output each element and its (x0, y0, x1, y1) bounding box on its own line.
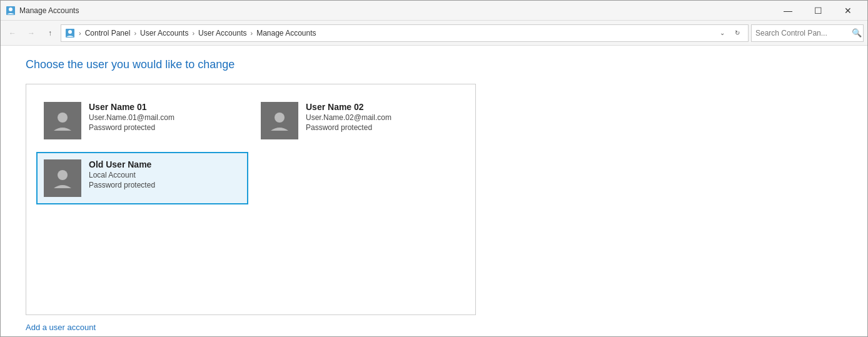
svg-point-5 (275, 113, 285, 123)
account-name-2: Old User Name (89, 159, 155, 169)
maximize-button[interactable]: ☐ (804, 1, 832, 21)
breadcrumb-manage-accounts[interactable]: Manage Accounts (256, 29, 316, 38)
add-user-link[interactable]: Add a user account (26, 323, 96, 332)
account-email-1: User.Name.02@mail.com (306, 113, 391, 122)
forward-button[interactable]: → (23, 25, 39, 41)
page-title: Choose the user you would like to change (26, 58, 842, 71)
accounts-container: User Name 01 User.Name.01@mail.com Passw… (26, 84, 476, 315)
window-icon (6, 6, 16, 16)
account-avatar-0 (44, 102, 81, 139)
control-panel-icon (65, 28, 75, 38)
svg-point-3 (68, 30, 72, 34)
back-button[interactable]: ← (4, 25, 21, 41)
account-status-2: Password protected (89, 181, 155, 189)
svg-point-1 (9, 8, 13, 11)
account-name-1: User Name 02 (306, 102, 391, 112)
account-info-1: User Name 02 User.Name.02@mail.com Passw… (306, 102, 391, 132)
address-bar: › Control Panel › User Accounts › User A… (61, 24, 749, 42)
account-email-0: User.Name.01@mail.com (89, 113, 174, 122)
sep3: › (192, 29, 194, 37)
breadcrumb-user-accounts-1[interactable]: User Accounts (140, 29, 188, 38)
account-card-0[interactable]: User Name 01 User.Name.01@mail.com Passw… (36, 94, 248, 147)
window-title: Manage Accounts (19, 6, 774, 15)
svg-point-6 (58, 170, 68, 180)
window: Manage Accounts — ☐ ✕ ← → ↑ › Control Pa… (0, 0, 868, 337)
titlebar-controls: — ☐ ✕ (774, 1, 862, 21)
account-status-0: Password protected (89, 123, 174, 132)
breadcrumb-user-accounts-2[interactable]: User Accounts (198, 29, 246, 38)
sep2: › (134, 29, 136, 37)
address-dropdown-button[interactable]: ⌄ (715, 26, 729, 40)
sep1: › (79, 29, 81, 37)
account-avatar-2 (44, 159, 81, 197)
account-card-2[interactable]: Old User Name Local Account Password pro… (36, 152, 248, 204)
account-name-0: User Name 01 (89, 102, 174, 112)
address-refresh-button[interactable]: ↻ (730, 26, 744, 40)
account-avatar-1 (261, 102, 298, 139)
account-info-2: Old User Name Local Account Password pro… (89, 159, 155, 189)
titlebar: Manage Accounts — ☐ ✕ (1, 1, 867, 21)
svg-point-4 (58, 113, 68, 123)
address-actions: ⌄ ↻ (715, 26, 744, 40)
toolbar: ← → ↑ › Control Panel › User Accounts › … (1, 21, 867, 46)
sep4: › (250, 29, 253, 37)
main-content: Choose the user you would like to change… (1, 46, 867, 336)
account-status-1: Password protected (306, 123, 391, 132)
account-email-2: Local Account (89, 171, 155, 179)
search-icon[interactable]: 🔍 (852, 28, 862, 38)
account-card-1[interactable]: User Name 02 User.Name.02@mail.com Passw… (253, 94, 465, 147)
search-input[interactable] (755, 29, 849, 38)
search-box: 🔍 (751, 24, 864, 42)
minimize-button[interactable]: — (774, 1, 802, 21)
account-info-0: User Name 01 User.Name.01@mail.com Passw… (89, 102, 174, 132)
close-button[interactable]: ✕ (834, 1, 862, 21)
breadcrumb-control-panel[interactable]: Control Panel (85, 29, 131, 38)
up-button[interactable]: ↑ (42, 25, 58, 41)
